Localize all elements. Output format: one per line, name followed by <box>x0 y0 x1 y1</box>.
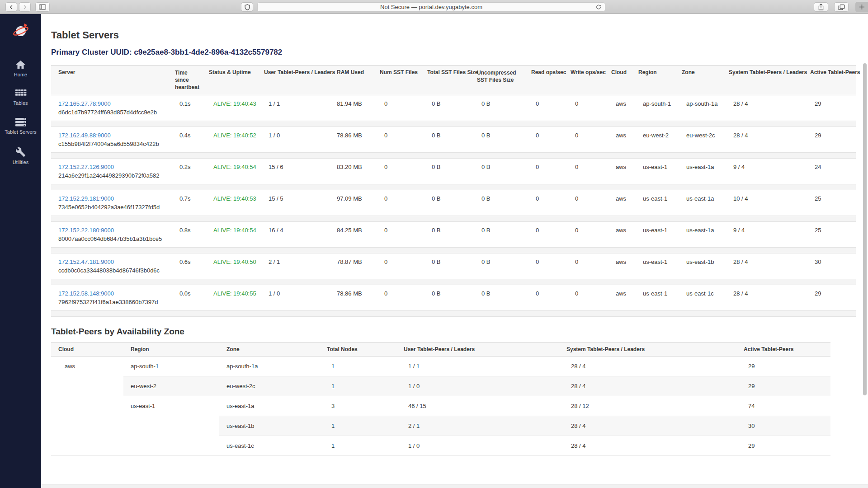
uncompressed-sst-cell: 0 B <box>470 221 524 247</box>
write-ops-cell: 0 <box>563 158 604 184</box>
zone-zone-cell: us-east-1b <box>219 416 320 436</box>
zone-system-peers-cell: 28 / 4 <box>559 436 736 455</box>
row-separator <box>51 121 856 127</box>
zone-total-nodes-cell: 1 <box>320 416 396 436</box>
sidebar-item-tablet-servers[interactable]: Tablet Servers <box>0 112 41 141</box>
column-header: Time since heartbeat <box>168 66 202 95</box>
main-content: Tablet Servers Primary Cluster UUID: c9e… <box>41 14 868 488</box>
sidebar-item-home[interactable]: Home <box>0 54 41 83</box>
back-button[interactable] <box>5 2 17 12</box>
sidebar-item-tables[interactable]: Tables <box>0 83 41 112</box>
region-cell: us-east-1 <box>631 158 675 184</box>
zone-active-peers-cell: 74 <box>736 396 830 416</box>
heartbeat-cell: 0.8s <box>168 221 202 247</box>
server-row: 172.152.58.148:9000 7962f975327f41f6a1ae… <box>51 285 856 310</box>
zone-total-nodes-cell: 1 <box>320 436 396 455</box>
address-bar[interactable]: Not Secure — portal.dev.yugabyte.com <box>257 2 605 12</box>
column-header: Total Nodes <box>320 342 396 356</box>
heartbeat-cell: 0.2s <box>168 158 202 184</box>
cloud-cell: aws <box>604 221 631 247</box>
uncompressed-sst-cell: 0 B <box>470 158 524 184</box>
status-cell: ALIVE: 19:40:54 <box>202 221 257 247</box>
column-header: System Tablet-Peers / Leaders <box>722 66 803 95</box>
zone-cell: ap-south-1a <box>675 95 722 121</box>
server-row: 172.152.27.126:9000 214a6e29f1a24c449829… <box>51 158 856 184</box>
total-sst-cell: 0 B <box>420 253 470 279</box>
row-separator <box>51 247 856 253</box>
column-header: User Tablet-Peers / Leaders <box>257 66 330 95</box>
server-row: 172.152.47.181:9000 ccdb0c0ca33448038b4d… <box>51 253 856 279</box>
write-ops-cell: 0 <box>563 285 604 310</box>
tabs-overview-button[interactable] <box>834 2 849 12</box>
server-address-link[interactable]: 172.152.27.126:9000 <box>58 164 165 170</box>
back-icon <box>9 5 14 10</box>
cluster-uuid-heading: Primary Cluster UUID: c9e25ae8-3bb1-4de2… <box>51 48 868 57</box>
zone-section-title: Tablet-Peers by Availability Zone <box>51 327 868 337</box>
zone-region-cell: us-east-1 <box>123 396 219 455</box>
server-address-link[interactable]: 172.165.27.78:9000 <box>58 100 165 107</box>
system-peers-cell: 28 / 4 <box>722 253 803 279</box>
zone-zone-cell: us-east-1a <box>219 396 320 416</box>
write-ops-cell: 0 <box>563 190 604 216</box>
zone-table-row: eu-west-2eu-west-2c11 / 028 / 429 <box>51 376 830 396</box>
column-header: Zone <box>675 66 722 95</box>
row-separator <box>51 310 856 316</box>
total-sst-cell: 0 B <box>420 95 470 121</box>
active-peers-cell: 25 <box>803 190 856 216</box>
zone-system-peers-cell: 28 / 12 <box>559 396 736 416</box>
server-address-link[interactable]: 172.152.47.181:9000 <box>58 258 165 265</box>
zone-system-peers-cell: 28 / 4 <box>559 356 736 376</box>
read-ops-cell: 0 <box>524 95 563 121</box>
zone-table-body: awsap-south-1ap-south-1a11 / 128 / 429eu… <box>51 356 830 455</box>
reload-icon[interactable] <box>595 4 602 12</box>
ram-cell: 81.94 MB <box>330 95 373 121</box>
row-separator <box>51 152 856 158</box>
user-peers-cell: 15 / 5 <box>257 190 330 216</box>
column-header: Region <box>631 66 675 95</box>
ram-cell: 78.87 MB <box>330 253 373 279</box>
tablet-peers-by-zone-table: Cloud Region Zone Total Nodes User Table… <box>51 342 830 456</box>
region-cell: us-east-1 <box>631 190 675 216</box>
region-cell: eu-west-2 <box>631 127 675 152</box>
server-address-link[interactable]: 172.162.49.88:9000 <box>58 132 165 139</box>
sidebar-item-label: Tablet Servers <box>0 129 41 135</box>
region-cell: us-east-1 <box>631 221 675 247</box>
share-button[interactable] <box>814 2 828 12</box>
zone-system-peers-cell: 28 / 4 <box>559 376 736 396</box>
forward-button[interactable] <box>19 2 31 12</box>
total-sst-cell: 0 B <box>420 285 470 310</box>
num-sst-cell: 0 <box>373 285 420 310</box>
row-separator <box>51 279 856 285</box>
column-header: Zone <box>219 342 320 356</box>
zone-cell: us-east-1b <box>675 253 722 279</box>
read-ops-cell: 0 <box>524 158 563 184</box>
system-peers-cell: 28 / 4 <box>722 285 803 310</box>
privacy-shield-button[interactable] <box>241 2 253 12</box>
zone-table-row: us-east-1us-east-1a346 / 1528 / 1274 <box>51 396 830 416</box>
zone-user-peers-cell: 2 / 1 <box>396 416 559 436</box>
cloud-cell: aws <box>604 158 631 184</box>
num-sst-cell: 0 <box>373 190 420 216</box>
uncompressed-sst-cell: 0 B <box>470 285 524 310</box>
num-sst-cell: 0 <box>373 253 420 279</box>
total-sst-cell: 0 B <box>420 127 470 152</box>
sidebar-item-utilities[interactable]: Utilities <box>0 141 41 171</box>
zone-zone-cell: eu-west-2c <box>219 376 320 396</box>
scrollbar-thumb[interactable] <box>863 63 867 395</box>
sidebar-toggle-button[interactable] <box>35 2 50 12</box>
status-cell: ALIVE: 19:40:50 <box>202 253 257 279</box>
read-ops-cell: 0 <box>524 221 563 247</box>
zone-region-cell: eu-west-2 <box>123 376 219 396</box>
system-peers-cell: 10 / 4 <box>722 190 803 216</box>
heartbeat-cell: 0.1s <box>168 95 202 121</box>
user-peers-cell: 1 / 0 <box>257 285 330 310</box>
region-cell: ap-south-1 <box>631 95 675 121</box>
column-header: Active Tablet-Peers <box>803 66 856 95</box>
column-header: Num SST Files <box>373 66 420 95</box>
zone-active-peers-cell: 30 <box>736 416 830 436</box>
server-address-link[interactable]: 172.152.29.181:9000 <box>58 195 165 202</box>
new-tab-button[interactable] <box>855 2 868 12</box>
heartbeat-cell: 0.0s <box>168 285 202 310</box>
server-address-link[interactable]: 172.152.58.148:9000 <box>58 290 165 297</box>
server-address-link[interactable]: 172.152.22.180:9000 <box>58 227 165 234</box>
